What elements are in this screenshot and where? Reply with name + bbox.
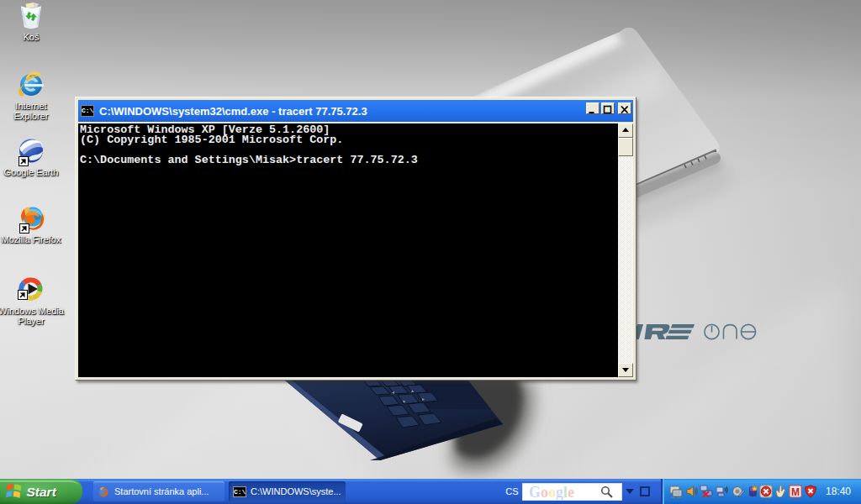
svg-text:▾: ▾: [403, 399, 405, 404]
svg-text:Start: Start: [27, 485, 57, 499]
svg-text:M: M: [791, 486, 800, 498]
svg-text:▴: ▴: [411, 388, 414, 393]
svg-text:Google: Google: [529, 484, 574, 500]
svg-text:◂: ◂: [392, 390, 394, 395]
svg-text:▸: ▸: [422, 396, 425, 402]
